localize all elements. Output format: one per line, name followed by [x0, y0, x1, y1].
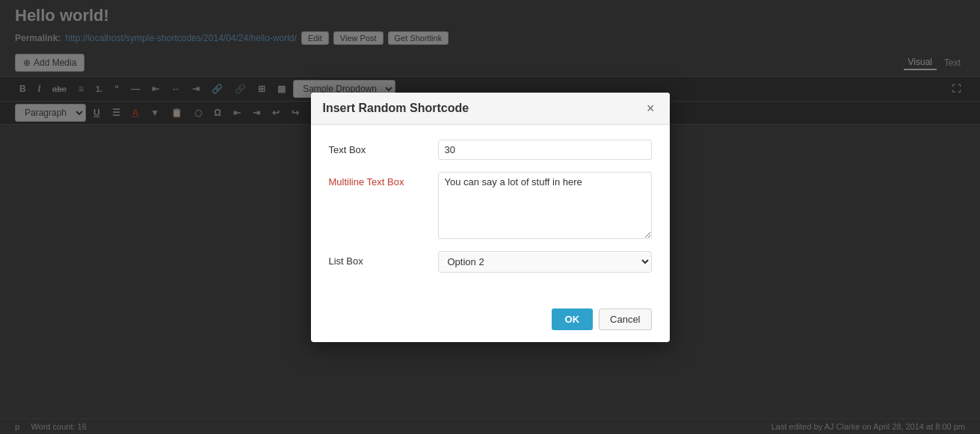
textbox-label: Text Box: [329, 140, 426, 155]
ok-button[interactable]: OK: [552, 309, 594, 330]
cancel-button[interactable]: Cancel: [599, 309, 651, 330]
listbox-label: List Box: [329, 251, 426, 267]
modal-footer: OK Cancel: [311, 300, 670, 342]
textbox-row: Text Box: [329, 140, 652, 160]
modal-header: Insert Random Shortcode ×: [311, 93, 670, 125]
listbox-row: List Box Option 1 Option 2 Option 3: [329, 251, 652, 273]
modal-body: Text Box Multiline Text Box You can say …: [311, 125, 670, 300]
multiline-row: Multiline Text Box You can say a lot of …: [329, 172, 652, 239]
multiline-label: Multiline Text Box: [329, 172, 426, 187]
listbox-select[interactable]: Option 1 Option 2 Option 3: [438, 251, 652, 273]
modal-overlay: Insert Random Shortcode × Text Box Multi…: [0, 0, 980, 434]
textbox-input[interactable]: [438, 140, 652, 160]
modal-close-button[interactable]: ×: [644, 102, 658, 115]
multiline-textarea[interactable]: You can say a lot of stuff in here: [438, 172, 652, 239]
editor-area: Hello world! Permalink: http://localhost…: [0, 0, 980, 434]
modal-title: Insert Random Shortcode: [323, 102, 469, 115]
modal-dialog: Insert Random Shortcode × Text Box Multi…: [311, 93, 670, 342]
